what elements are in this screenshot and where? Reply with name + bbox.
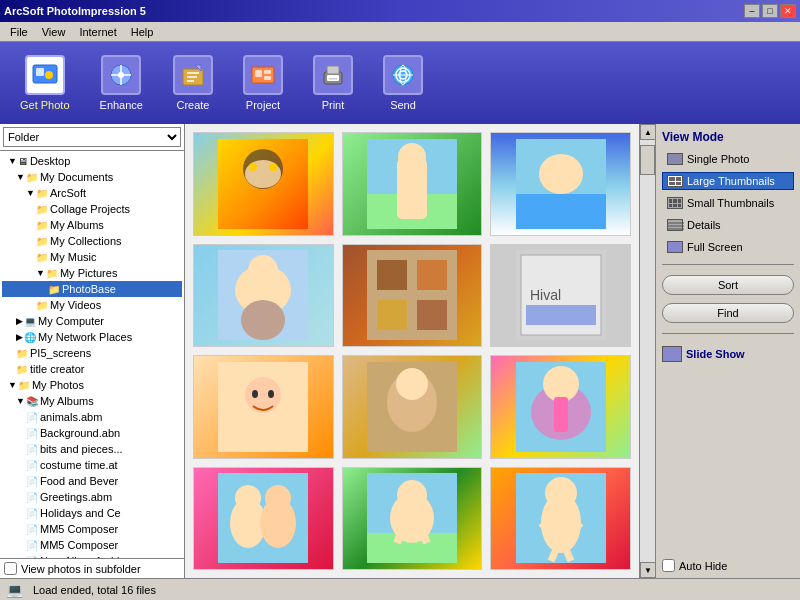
photobase-icon: 📁 [48,284,60,295]
svg-point-6 [118,72,124,78]
desktop-icon: 🖥 [18,156,28,167]
tree-item-pi5-screens[interactable]: 📁 PI5_screens [2,345,182,361]
folder-selector: Folder [0,124,184,151]
tree-item-title-creator[interactable]: 📁 title creator [2,361,182,377]
expand-arcsoft[interactable]: ▼ [26,188,35,198]
photo-cell-10[interactable] [193,467,334,571]
view-large-thumbnails[interactable]: Large Thumbnails [662,172,794,190]
expand-my-computer[interactable]: ▶ [16,316,23,326]
svg-rect-19 [329,78,337,80]
close-button[interactable]: ✕ [780,4,796,18]
tree-item-animals[interactable]: 📄 animals.abm [2,409,182,425]
photo-cell-5[interactable] [342,244,483,348]
scroll-thumb[interactable] [640,145,655,175]
tree-item-mm5-2[interactable]: 📄 MM5 Composer [2,537,182,553]
toolbar-project[interactable]: Project [243,55,283,111]
expand-my-albums-2[interactable]: ▼ [16,396,25,406]
scroll-up-button[interactable]: ▲ [640,124,655,140]
menu-help[interactable]: Help [125,24,160,40]
photo-3 [491,133,630,235]
subfolder-checkbox[interactable] [4,562,17,575]
toolbar-get-photo[interactable]: Get Photo [20,55,70,111]
tree-item-my-videos[interactable]: 📁 My Videos [2,297,182,313]
tree-item-costume[interactable]: 📄 costume time.at [2,457,182,473]
toolbar-create[interactable]: Create [173,55,213,111]
small-thumbnails-icon [667,197,683,209]
minimize-button[interactable]: – [744,4,760,18]
subfolder-section: View photos in subfolder [0,558,184,578]
expand-my-documents[interactable]: ▼ [16,172,25,182]
sort-button[interactable]: Sort [662,275,794,295]
tree-item-my-pictures[interactable]: ▼ 📁 My Pictures [2,265,182,281]
center-panel: Hival [185,124,655,578]
details-label: Details [687,219,721,231]
tree-item-my-computer[interactable]: ▶ 💻 My Computer [2,313,182,329]
photo-cell-2[interactable] [342,132,483,236]
photo-5 [343,245,482,347]
folder-tree: ▼ 🖥 Desktop ▼ 📁 My Documents ▼ 📁 ArcSoft [0,151,184,558]
photo-cell-12[interactable] [490,467,631,571]
expand-my-photos[interactable]: ▼ [8,380,17,390]
create-icon [173,55,213,95]
svg-point-28 [249,163,257,171]
photo-cell-3[interactable] [490,132,631,236]
slideshow-label[interactable]: Slide Show [686,348,745,360]
photo-6: Hival [491,245,630,347]
view-single-photo[interactable]: Single Photo [662,150,794,168]
tree-item-network-places[interactable]: ▶ 🌐 My Network Places [2,329,182,345]
photo-cell-1[interactable] [193,132,334,236]
tree-item-holidays[interactable]: 📄 Holidays and Ce [2,505,182,521]
expand-my-pictures[interactable]: ▼ [36,268,45,278]
photo-cell-9[interactable] [490,355,631,459]
tree-item-my-documents[interactable]: ▼ 📁 My Documents [2,169,182,185]
tree-item-my-photos[interactable]: ▼ 📁 My Photos [2,377,182,393]
tree-item-arcsoft[interactable]: ▼ 📁 ArcSoft [2,185,182,201]
tree-item-my-music[interactable]: 📁 My Music [2,249,182,265]
scroll-down-button[interactable]: ▼ [640,562,655,578]
view-full-screen[interactable]: Full Screen [662,238,794,256]
folder-dropdown[interactable]: Folder [3,127,181,147]
tree-item-my-albums-2[interactable]: ▼ 📚 My Albums [2,393,182,409]
menu-internet[interactable]: Internet [73,24,122,40]
expand-desktop[interactable]: ▼ [8,156,17,166]
auto-hide-checkbox[interactable] [662,559,675,572]
tree-item-greetings[interactable]: 📄 Greetings.abm [2,489,182,505]
expand-network[interactable]: ▶ [16,332,23,342]
scroll-track[interactable] [640,140,655,562]
mm5-1-icon: 📄 [26,524,38,535]
photo-cell-6[interactable]: Hival [490,244,631,348]
view-details[interactable]: Details [662,216,794,234]
photo-cell-4[interactable] [193,244,334,348]
tree-item-my-collections[interactable]: 📁 My Collections [2,233,182,249]
main-area: Folder ▼ 🖥 Desktop ▼ 📁 My Documents ▼ [0,124,800,578]
restore-button[interactable]: □ [762,4,778,18]
tree-item-background[interactable]: 📄 Background.abn [2,425,182,441]
toolbar-enhance[interactable]: Enhance [100,55,143,111]
photo-cell-11[interactable] [342,467,483,571]
print-label: Print [322,99,345,111]
tree-item-collage-projects[interactable]: 📁 Collage Projects [2,201,182,217]
tree-item-desktop[interactable]: ▼ 🖥 Desktop [2,153,182,169]
my-music-icon: 📁 [36,252,48,263]
toolbar-print[interactable]: Print [313,55,353,111]
single-photo-label: Single Photo [687,153,749,165]
my-videos-icon: 📁 [36,300,48,311]
photo-cell-7[interactable] [193,355,334,459]
tree-item-photobase[interactable]: 📁 PhotoBase [2,281,182,297]
find-button[interactable]: Find [662,303,794,323]
view-small-thumbnails[interactable]: Small Thumbnails [662,194,794,212]
toolbar-send[interactable]: Send [383,55,423,111]
tree-item-my-albums-1[interactable]: 📁 My Albums [2,217,182,233]
tree-item-bits[interactable]: 📄 bits and pieces... [2,441,182,457]
menu-view[interactable]: View [36,24,72,40]
divider-2 [662,333,794,334]
scrollbar-vertical[interactable]: ▲ ▼ [639,124,655,578]
svg-rect-61 [554,397,568,432]
send-label: Send [390,99,416,111]
my-albums-icon: 📁 [36,220,48,231]
tree-item-food[interactable]: 📄 Food and Bever [2,473,182,489]
tree-item-mm5-1[interactable]: 📄 MM5 Composer [2,521,182,537]
print-icon [313,55,353,95]
menu-file[interactable]: File [4,24,34,40]
photo-cell-8[interactable] [342,355,483,459]
